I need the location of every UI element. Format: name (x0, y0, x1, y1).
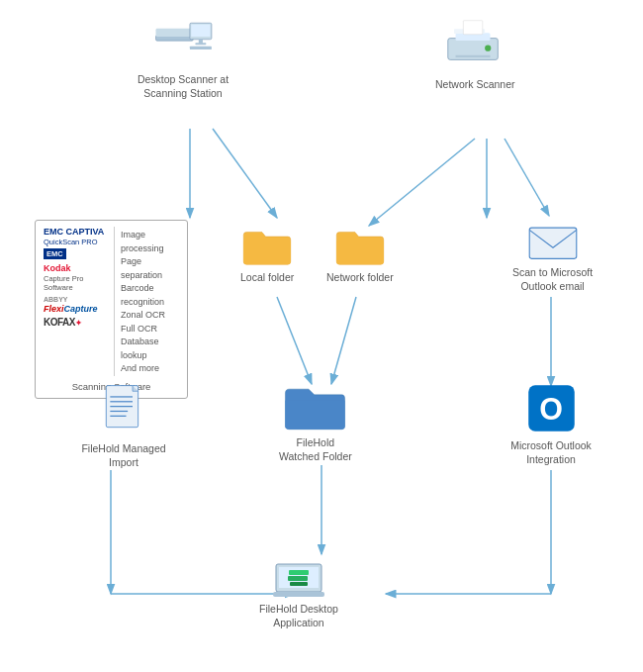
document-icon (102, 384, 146, 438)
desktop-scanner-label: Desktop Scanner at Scanning Station (129, 73, 237, 100)
desktop-scanner-node: Desktop Scanner at Scanning Station (129, 15, 237, 100)
email-icon (527, 223, 579, 262)
watched-folder-icon (283, 381, 347, 432)
network-folder-icon (334, 226, 386, 267)
svg-point-26 (485, 46, 491, 51)
filehold-desktop-icon (271, 554, 325, 599)
svg-rect-43 (290, 582, 308, 586)
local-folder-icon (241, 226, 293, 267)
scan-to-email-node: Scan to MicrosoftOutlook email (512, 223, 593, 293)
filehold-watched-folder-label: FileHoldWatched Folder (279, 436, 352, 463)
svg-rect-17 (156, 29, 194, 37)
svg-rect-22 (190, 47, 212, 49)
local-folder-label: Local folder (240, 271, 294, 285)
svg-rect-41 (289, 570, 309, 575)
filehold-managed-import-label: FileHold Managed Import (69, 442, 178, 469)
network-scanner-node: Network Scanner (435, 10, 515, 92)
svg-rect-42 (288, 576, 308, 581)
filehold-managed-import-node: FileHold Managed Import (69, 384, 178, 469)
svg-rect-21 (195, 43, 206, 45)
ms-outlook-label: Microsoft Outlook Integration (497, 439, 605, 466)
filehold-desktop-node: FileHold DesktopApplication (259, 554, 338, 629)
svg-line-5 (505, 139, 549, 216)
ms-outlook-node: O Microsoft Outlook Integration (497, 381, 605, 466)
network-scanner-icon (440, 10, 509, 74)
svg-rect-27 (456, 55, 491, 57)
local-folder-node: Local folder (240, 226, 294, 285)
svg-rect-28 (464, 21, 483, 35)
filehold-watched-folder-node: FileHoldWatched Folder (279, 381, 352, 463)
desktop-scanner-icon (148, 15, 218, 69)
filehold-desktop-label: FileHold DesktopApplication (259, 603, 338, 629)
svg-line-9 (331, 297, 356, 384)
svg-rect-40 (273, 592, 324, 597)
svg-text:O: O (539, 392, 563, 426)
svg-line-6 (369, 139, 475, 226)
svg-line-3 (213, 129, 277, 218)
features-list: Image processing Page separation Barcode… (115, 227, 179, 376)
svg-rect-29 (529, 228, 577, 258)
network-scanner-label: Network Scanner (435, 78, 515, 92)
network-folder-node: Network folder (326, 226, 394, 285)
network-folder-label: Network folder (326, 271, 394, 285)
scan-to-email-label: Scan to MicrosoftOutlook email (512, 266, 593, 293)
scanning-software-box: EMC CAPTIVA QuickScan PRO EMC Kodak Capt… (35, 220, 188, 399)
diagram-container: Desktop Scanner at Scanning Station Netw… (0, 0, 643, 672)
svg-line-8 (277, 297, 312, 384)
svg-rect-19 (191, 25, 210, 37)
outlook-icon: O (524, 381, 579, 435)
